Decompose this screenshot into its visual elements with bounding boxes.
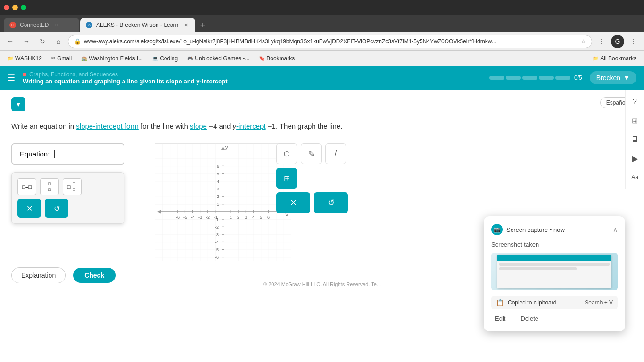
slope-intercept-form-link[interactable]: slope-intercept form <box>76 122 139 130</box>
math-fraction-button[interactable]: □ □ <box>40 178 59 195</box>
svg-text:5: 5 <box>217 172 219 176</box>
graph-grid-button[interactable]: ⊞ <box>276 168 297 189</box>
svg-text:-3: -3 <box>198 215 202 220</box>
user-chevron-down-icon: ▼ <box>623 74 630 82</box>
new-tab-button[interactable]: + <box>196 19 209 32</box>
svg-text:5: 5 <box>260 215 262 220</box>
svg-text:1: 1 <box>217 202 219 206</box>
math-toolbar-row2: ✕ ↺ <box>17 199 118 218</box>
aleks-app: ☰ Graphs, Functions, and Sequences Writi… <box>0 66 644 362</box>
y-intercept-link[interactable]: -intercept <box>236 122 266 130</box>
calculator-icon[interactable]: 🖩 <box>627 131 644 148</box>
preview-thumbnail <box>491 253 618 290</box>
math-toolbar-row1: □=□ □ □ □ □ <box>17 178 118 195</box>
notification-edit-button[interactable]: Edit <box>491 313 509 324</box>
math-clear-button[interactable]: ✕ <box>17 199 41 218</box>
tab-connectED-close[interactable]: ✕ <box>52 21 60 29</box>
equation-panel: Equation: □=□ □ □ <box>11 143 124 224</box>
check-button[interactable]: Check <box>73 268 116 283</box>
slope-value: −4 and <box>207 122 233 130</box>
progress-seg-3 <box>522 76 537 80</box>
bookmark-coding[interactable]: 💻 Coding <box>149 53 182 64</box>
window-controls <box>4 5 26 10</box>
tab-bar: C ConnectED ✕ A ALEKS - Brecken Wilson -… <box>0 15 644 32</box>
bookmark-all-bookmarks[interactable]: 📁 All Bookmarks <box>589 53 640 64</box>
instruction-mid: for the line with <box>139 122 190 130</box>
progress-seg-1 <box>489 76 504 80</box>
eraser-icon: ⬡ <box>284 150 289 157</box>
graph-action-row: ✕ ↺ <box>276 192 348 213</box>
tab-aleks[interactable]: A ALEKS - Brecken Wilson - Learn ✕ <box>80 18 195 32</box>
explanation-button[interactable]: Explanation <box>11 267 66 283</box>
tab-aleks-label: ALEKS - Brecken Wilson - Learn <box>96 22 178 28</box>
svg-text:-2: -2 <box>215 225 219 230</box>
layout-icon[interactable]: ⊞ <box>627 112 644 129</box>
user-button[interactable]: Brecken ▼ <box>590 71 636 84</box>
washington-icon: 🏫 <box>81 56 87 61</box>
equation-label: Equation: <box>20 150 50 158</box>
graph-undo-button[interactable]: ↺ <box>314 192 348 213</box>
play-icon[interactable]: ▶ <box>627 150 644 167</box>
win-min[interactable] <box>12 5 18 10</box>
mixed-number-icon: □ □ □ <box>67 182 77 192</box>
profile-btn[interactable]: G <box>611 35 624 48</box>
extensions-btn[interactable]: ⋮ <box>595 35 608 48</box>
right-sidebar: ? ⊞ 🖩 ▶ Aa <box>625 90 644 189</box>
math-mixed-number-button[interactable]: □ □ □ <box>63 178 82 195</box>
bookmark-washk12[interactable]: 📁 WASHK12 <box>4 53 46 64</box>
bookmarks-bar: 📁 WASHK12 ✉ Gmail 🏫 Washington Fields I.… <box>0 51 644 66</box>
svg-text:6: 6 <box>267 215 270 220</box>
reload-button[interactable]: ↻ <box>36 35 49 48</box>
equation-box[interactable]: Equation: <box>11 143 124 165</box>
notification-delete-button[interactable]: Delete <box>517 313 542 324</box>
progress-seg-2 <box>506 76 521 80</box>
tab-aleks-close[interactable]: ✕ <box>182 21 190 29</box>
svg-text:2: 2 <box>237 215 239 220</box>
graph-line-button[interactable]: / <box>325 143 346 164</box>
tab-connectED[interactable]: C ConnectED ✕ <box>4 18 79 32</box>
back-button[interactable]: ← <box>4 35 17 48</box>
progress-seg-4 <box>539 76 554 80</box>
address-bar[interactable]: 🔒 www-awy.aleks.com/alekscgi/x/lsl.exe/1… <box>68 35 592 48</box>
bookmark-star[interactable]: ☆ <box>581 38 586 45</box>
menu-icon[interactable]: ☰ <box>8 73 15 83</box>
graph-eraser-button[interactable]: ⬡ <box>276 143 297 164</box>
text-size-icon[interactable]: Aa <box>627 169 644 186</box>
math-undo-button[interactable]: ↺ <box>45 199 68 218</box>
win-close[interactable] <box>4 5 9 10</box>
svg-text:4: 4 <box>217 179 219 184</box>
notification-collapse-button[interactable]: ∧ <box>613 226 618 233</box>
bookmark-washington[interactable]: 🏫 Washington Fields I... <box>77 53 147 64</box>
clipboard-text: Copied to clipboard <box>508 299 581 306</box>
svg-text:y: y <box>225 144 228 150</box>
graph-grid-row: ⊞ <box>276 168 348 189</box>
bookmarks-icon: 🔖 <box>259 56 264 61</box>
bookmark-bookmarks[interactable]: 🔖 Bookmarks <box>255 53 298 64</box>
slope-link[interactable]: slope <box>190 122 207 130</box>
home-button[interactable]: ⌂ <box>52 35 65 48</box>
svg-text:4: 4 <box>252 215 255 220</box>
washk12-icon: 📁 <box>8 56 13 61</box>
bookmark-unblocked[interactable]: 🎮 Unblocked Games -... <box>183 53 253 64</box>
washk12-label: WASHK12 <box>15 55 42 62</box>
svg-text:3: 3 <box>217 187 219 191</box>
notification-icon: 📷 <box>491 224 503 235</box>
line-icon: / <box>335 149 337 158</box>
menu-btn[interactable]: ⋮ <box>627 35 640 48</box>
graph-clear-button[interactable]: ✕ <box>276 192 310 213</box>
footer-text: © 2024 McGraw Hill LLC. All Rights Reser… <box>263 281 381 287</box>
header-title: Writing an equation and graphing a line … <box>23 78 482 85</box>
bookmarks-label: Bookmarks <box>266 55 295 62</box>
win-max[interactable] <box>21 5 26 10</box>
coding-label: Coding <box>160 55 178 62</box>
gmail-label: Gmail <box>57 55 72 62</box>
nav-bar: ← → ↻ ⌂ 🔒 www-awy.aleks.com/alekscgi/x/l… <box>0 32 644 51</box>
help-icon[interactable]: ? <box>627 93 644 110</box>
graph-pencil-button[interactable]: ✎ <box>301 143 322 164</box>
math-equality-button[interactable]: □=□ <box>17 178 36 195</box>
collapse-button[interactable]: ▼ <box>11 97 25 111</box>
bookmark-gmail[interactable]: ✉ Gmail <box>48 53 75 64</box>
forward-button[interactable]: → <box>20 35 33 48</box>
svg-text:2: 2 <box>217 194 219 199</box>
coding-icon: 💻 <box>152 56 158 61</box>
